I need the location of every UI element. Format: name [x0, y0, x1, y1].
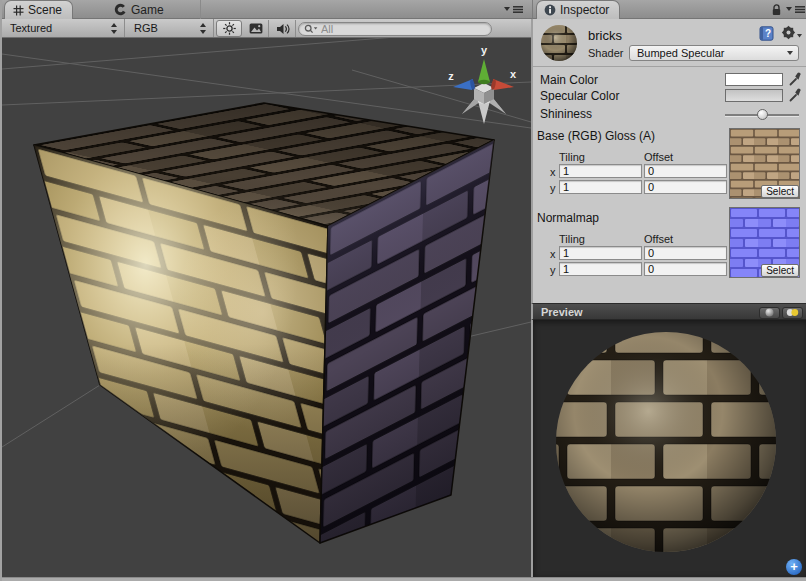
window-bottom-edge: [2, 577, 806, 581]
draw-mode-value: Textured: [10, 22, 52, 34]
gizmo-z-label: z: [448, 70, 454, 82]
inspector-tabstrip: Inspector: [532, 0, 806, 19]
shininess-slider-thumb[interactable]: [757, 109, 768, 120]
chevron-down-icon: [787, 51, 793, 55]
material-sphere-icon: [540, 24, 578, 62]
scene-viewport[interactable]: y z x: [2, 38, 531, 577]
tab-game[interactable]: Game: [106, 0, 201, 19]
updown-arrows-icon: [111, 23, 118, 34]
tab-scene[interactable]: Scene: [4, 0, 73, 19]
shader-dropdown[interactable]: Bumped Specular: [629, 45, 799, 61]
divider: [533, 66, 806, 67]
preview-title: Preview: [541, 306, 583, 318]
scene-skybox-toggle[interactable]: [243, 20, 269, 37]
scene-pane-menu-icon[interactable]: [504, 4, 526, 15]
gizmo-x-axis[interactable]: [490, 79, 514, 90]
tab-scene-label: Scene: [28, 3, 62, 17]
base-offset-x-field[interactable]: [644, 164, 727, 178]
base-y-label: y: [550, 182, 556, 194]
base-offset-y-field[interactable]: [644, 180, 727, 194]
preview-header[interactable]: Preview: [531, 303, 806, 320]
normalmap-offset-header: Offset: [644, 233, 673, 245]
unity-editor-window: Scene Game Textured RGB: [0, 0, 806, 581]
main-color-swatch[interactable]: [725, 73, 783, 86]
normalmap-offset-x-field[interactable]: [644, 246, 727, 260]
main-color-label: Main Color: [540, 73, 598, 87]
material-name: bricks: [588, 28, 622, 43]
search-icon: [304, 24, 318, 35]
two-lights-icon: [786, 308, 799, 317]
scene-search-field[interactable]: [298, 22, 492, 36]
help-icon[interactable]: ?: [759, 26, 774, 41]
shader-label: Shader: [588, 47, 623, 59]
scene-tabstrip: Scene Game: [2, 0, 532, 19]
tab-inspector-label: Inspector: [560, 3, 609, 17]
base-offset-header: Offset: [644, 151, 673, 163]
scene-toolbar: Textured RGB: [2, 19, 532, 38]
scene-orientation-gizmo[interactable]: y z x: [440, 40, 524, 134]
eyedropper-icon[interactable]: [789, 88, 801, 102]
normalmap-y-label: y: [550, 264, 556, 276]
specular-color-swatch[interactable]: [725, 89, 783, 102]
draw-mode-dropdown[interactable]: Textured: [2, 19, 125, 37]
normalmap-tiling-x-field[interactable]: [559, 246, 642, 260]
normalmap-tiling-y-field[interactable]: [559, 262, 642, 276]
base-x-label: x: [550, 166, 556, 178]
preview-area[interactable]: +: [531, 320, 806, 577]
search-input[interactable]: [321, 23, 471, 35]
normalmap-select-button[interactable]: Select: [761, 264, 799, 277]
shininess-label: Shininess: [540, 107, 592, 121]
gizmo-y-axis[interactable]: [478, 59, 490, 84]
color-mode-dropdown[interactable]: RGB: [126, 19, 214, 37]
sun-icon: [223, 22, 236, 35]
game-icon: [114, 3, 127, 16]
inspector-pane-menu-icon[interactable]: [786, 4, 806, 15]
base-select-button[interactable]: Select: [761, 185, 799, 198]
tab-inspector[interactable]: Inspector: [536, 0, 620, 19]
gizmo-x-label: x: [510, 68, 517, 80]
preview-add-button[interactable]: +: [786, 559, 802, 575]
info-icon: [544, 4, 556, 16]
gizmo-y-label: y: [481, 44, 488, 56]
lock-icon[interactable]: [771, 4, 782, 16]
shader-value: Bumped Specular: [637, 47, 724, 59]
brick-cube[interactable]: [34, 103, 494, 543]
base-texture-slot[interactable]: Select: [729, 128, 800, 199]
preview-lighting-button[interactable]: [782, 307, 803, 319]
speaker-icon: [276, 23, 290, 35]
gizmo-z-axis[interactable]: [453, 79, 476, 90]
normalmap-tiling-header: Tiling: [559, 233, 585, 245]
normalmap-section-label: Normalmap: [537, 211, 599, 225]
scene-lighting-toggle[interactable]: [216, 20, 242, 37]
shininess-slider[interactable]: [725, 108, 799, 121]
normalmap-x-label: x: [550, 248, 556, 260]
base-tiling-y-field[interactable]: [559, 180, 642, 194]
base-tiling-header: Tiling: [559, 151, 585, 163]
tab-game-label: Game: [131, 3, 164, 17]
specular-color-label: Specular Color: [540, 89, 619, 103]
updown-arrows-icon: [200, 23, 207, 34]
base-tiling-x-field[interactable]: [559, 164, 642, 178]
normalmap-texture-slot[interactable]: Select: [729, 207, 800, 278]
svg-text:?: ?: [765, 28, 771, 39]
grid-icon: [13, 5, 24, 16]
gear-icon[interactable]: [781, 25, 803, 41]
image-icon: [249, 23, 263, 34]
sphere-icon: [765, 308, 774, 317]
material-preview-sphere: [533, 320, 806, 575]
preview-shape-button[interactable]: [759, 307, 780, 319]
scene-audio-toggle[interactable]: [270, 20, 296, 37]
normalmap-offset-y-field[interactable]: [644, 262, 727, 276]
base-section-label: Base (RGB) Gloss (A): [537, 129, 655, 143]
color-mode-value: RGB: [134, 22, 158, 34]
eyedropper-icon[interactable]: [789, 72, 801, 86]
